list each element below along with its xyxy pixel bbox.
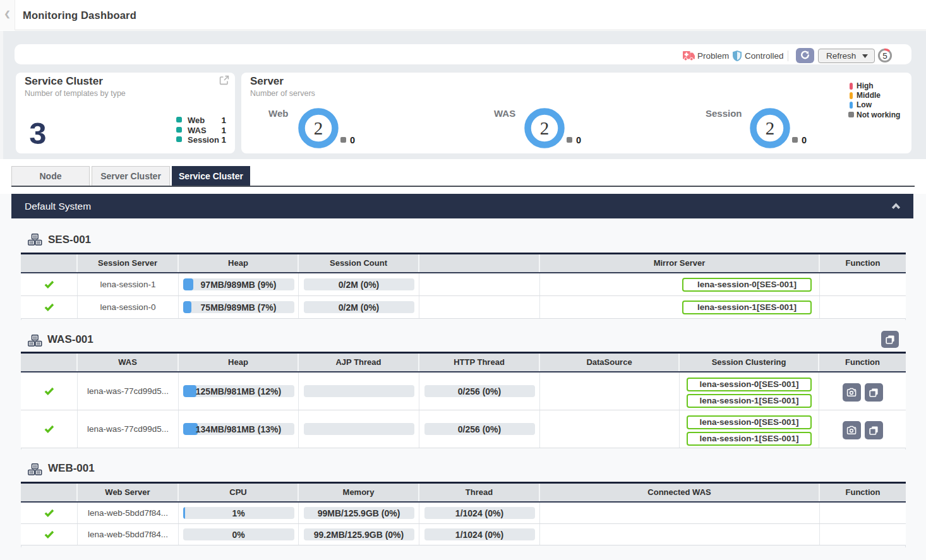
svg-text:5: 5 [882,51,887,61]
svg-text:2: 2 [314,118,323,138]
svg-text:2: 2 [540,118,550,138]
svg-text:2: 2 [766,118,775,138]
